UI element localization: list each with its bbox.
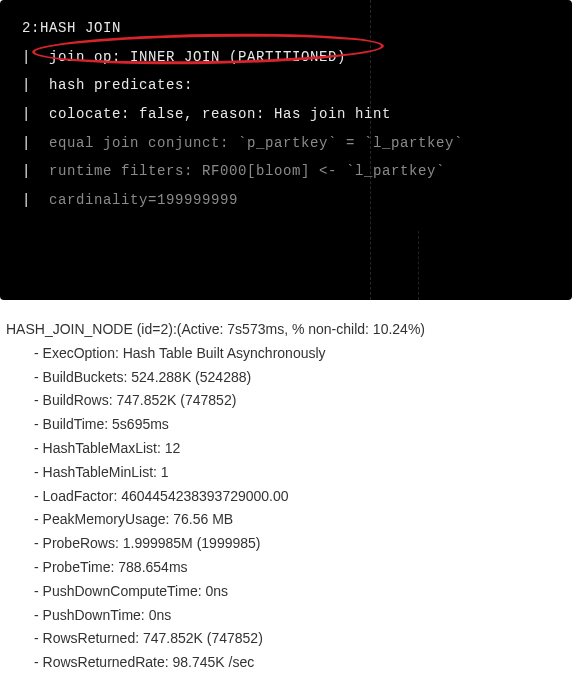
- stats-row: RowsReturned: 747.852K (747852): [34, 627, 566, 651]
- plan-join-op: join op: INNER JOIN (PARTITIONED): [49, 49, 346, 65]
- stats-row: HashTableMaxList: 12: [34, 437, 566, 461]
- plan-line: |hash predicates:: [22, 71, 558, 100]
- stats-row: ExecOption: Hash Table Built Asynchronou…: [34, 342, 566, 366]
- stats-row: PeakMemoryUsage: 76.56 MB: [34, 508, 566, 532]
- plan-equal-join-conjunct: equal join conjunct: `p_partkey` = `l_pa…: [49, 135, 463, 151]
- stats-row: PushDownTime: 0ns: [34, 604, 566, 628]
- plan-node-header: 2:HASH JOIN: [22, 14, 558, 43]
- stats-row: HashTableMinList: 1: [34, 461, 566, 485]
- plan-runtime-filters: runtime filters: RF000[bloom] <- `l_part…: [49, 163, 445, 179]
- query-plan-terminal: 2:HASH JOIN |join op: INNER JOIN (PARTIT…: [0, 0, 572, 300]
- plan-line: |equal join conjunct: `p_partkey` = `l_p…: [22, 129, 558, 158]
- stats-row: RowsReturnedRate: 98.745K /sec: [34, 651, 566, 674]
- stats-row: LoadFactor: 4604454238393729000.00: [34, 485, 566, 509]
- stats-row: ProbeRows: 1.999985M (1999985): [34, 532, 566, 556]
- plan-line: |join op: INNER JOIN (PARTITIONED): [22, 43, 558, 72]
- stats-list: ExecOption: Hash Table Built Asynchronou…: [34, 342, 566, 674]
- stats-row: BuildRows: 747.852K (747852): [34, 389, 566, 413]
- stats-row: BuildTime: 5s695ms: [34, 413, 566, 437]
- plan-colocate: colocate: false, reason: Has join hint: [49, 106, 391, 122]
- profile-stats: HASH_JOIN_NODE (id=2):(Active: 7s573ms, …: [0, 300, 572, 674]
- stats-row: ProbeTime: 788.654ms: [34, 556, 566, 580]
- plan-cardinality: cardinality=199999999: [49, 192, 238, 208]
- vertical-guide: [418, 231, 419, 300]
- plan-line: |runtime filters: RF000[bloom] <- `l_par…: [22, 157, 558, 186]
- stats-header: HASH_JOIN_NODE (id=2):(Active: 7s573ms, …: [6, 318, 566, 342]
- plan-line: |colocate: false, reason: Has join hint: [22, 100, 558, 129]
- plan-hash-predicates: hash predicates:: [49, 77, 193, 93]
- plan-line: |cardinality=199999999: [22, 186, 558, 215]
- stats-row: BuildBuckets: 524.288K (524288): [34, 366, 566, 390]
- stats-row: PushDownComputeTime: 0ns: [34, 580, 566, 604]
